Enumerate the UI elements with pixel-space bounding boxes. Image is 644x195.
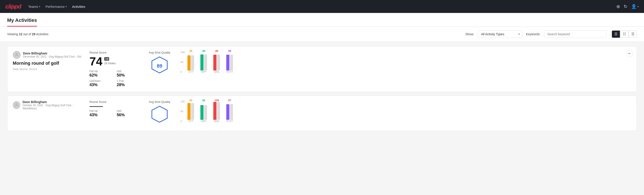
- card1-bar-ott: 85 OTT: [188, 50, 194, 73]
- teams-chevron-icon: ▾: [39, 5, 40, 8]
- navbar-right: ⊕ ↻ 👤 ▾: [616, 4, 639, 9]
- card1-quality-label: Avg Shot Quality: [149, 51, 170, 54]
- card1-bar-putt: 89 PUTT: [226, 50, 233, 73]
- card1-quality-value: 89: [157, 63, 162, 69]
- card1-user-info: Dave Billingham December 05, 2021 · Gog …: [23, 52, 81, 58]
- card2-hexagon: [150, 105, 168, 126]
- card2-quality-label: Avg Shot Quality: [149, 100, 170, 104]
- svg-marker-3: [152, 106, 167, 122]
- card2-bar-ott: 94 OTT: [188, 99, 194, 122]
- activity-card-1: ✏ Dave Billingham December 05, 2021 · Go…: [7, 46, 637, 92]
- navbar: clippd Teams ▾ Performance ▾ Activities …: [0, 0, 644, 13]
- keywords-label: Keywords:: [526, 32, 540, 36]
- view-list-button[interactable]: ☰: [629, 30, 637, 38]
- card1-holes: 18 Holes: [104, 62, 116, 65]
- card2-left: Dave Billingham October 16, 2021 · Gog M…: [13, 100, 84, 112]
- nav-activities[interactable]: Activities: [72, 5, 85, 8]
- card1-score: 74: [90, 56, 102, 67]
- card1-hexagon: 89: [150, 56, 168, 76]
- card1-score-badge: +4: [104, 57, 109, 61]
- refresh-icon[interactable]: ↻: [624, 4, 628, 9]
- card1-score-row: 74 +4 18 Holes: [90, 56, 138, 67]
- card1-user-row: Dave Billingham December 05, 2021 · Gog …: [13, 51, 84, 59]
- navbar-left: clippd Teams ▾ Performance ▾ Activities: [5, 3, 85, 10]
- card1-quality: Avg Shot Quality 89: [144, 51, 175, 77]
- card2-user-date: October 16, 2021 · Gog Magog Golf Club -…: [22, 104, 84, 110]
- card2-chart-y-labels: 100 50 0: [180, 100, 184, 122]
- card1-stats-grid: FW Hit 62% GIR 50% Up/Down 43% 1 Putt 28…: [90, 70, 138, 87]
- search-input[interactable]: [544, 30, 606, 38]
- card2-bar-app: 82 APP: [200, 99, 207, 122]
- activities-content: ✏ Dave Billingham December 05, 2021 · Go…: [0, 42, 644, 136]
- user-menu[interactable]: 👤 ▾: [631, 4, 639, 9]
- view-grid-button[interactable]: ☷: [620, 30, 628, 38]
- card1-chart: 100 50 0 85 OTT: [180, 51, 631, 73]
- view-compact-button[interactable]: ☰: [612, 30, 620, 38]
- activity-type-select[interactable]: All Activity Types: [478, 30, 522, 38]
- show-label: Show:: [466, 32, 474, 36]
- card2-chart: 100 50 0 94 OTT 82: [180, 100, 631, 122]
- edit-button-1[interactable]: ✏: [626, 50, 633, 57]
- svg-point-0: [16, 53, 18, 55]
- view-toggle: ☰ ☷ ☰: [612, 30, 637, 38]
- card1-activity-title: Morning round of golf: [13, 61, 84, 66]
- page-title: My Activities: [7, 13, 37, 26]
- viewing-count-text: Viewing 12 out of 29 Activities: [7, 32, 458, 36]
- filter-bar: Viewing 12 out of 29 Activities Show: Al…: [0, 27, 644, 42]
- nav-teams[interactable]: Teams ▾: [28, 5, 40, 8]
- card1-oneputt: 1 Putt 28%: [117, 80, 138, 87]
- svg-point-2: [16, 104, 17, 105]
- card1-avatar: [13, 51, 21, 59]
- card2-stats: Round Score FW Hit 43% GIR 56%: [90, 100, 138, 117]
- nav-links: Teams ▾ Performance ▾ Activities: [28, 5, 85, 8]
- user-avatar-icon: 👤: [631, 4, 637, 9]
- card2-fw-hit: FW Hit 43%: [90, 110, 111, 117]
- card2-bar-arg: 106 ARG: [213, 99, 220, 122]
- card1-stats: Round Score 74 +4 18 Holes FW Hit 62% GI…: [90, 51, 138, 87]
- card2-bar-putt: 87 PUTT: [226, 99, 233, 122]
- page-header: My Activities: [0, 13, 644, 27]
- card2-user-row: Dave Billingham October 16, 2021 · Gog M…: [13, 100, 84, 110]
- activity-card-2: Dave Billingham October 16, 2021 · Gog M…: [7, 96, 637, 131]
- card2-quality: Avg Shot Quality: [144, 100, 175, 126]
- card1-chart-y-labels: 100 50 0: [180, 51, 184, 73]
- card2-avatar: [13, 101, 20, 109]
- card2-round-score-label: Round Score: [90, 100, 138, 104]
- card1-user-date: December 05, 2021 · Gog Magog Golf Club …: [23, 55, 81, 58]
- performance-chevron-icon: ▾: [66, 5, 67, 8]
- card1-round-score-label: Round Score: [90, 51, 138, 54]
- card1-fw-hit: FW Hit 62%: [90, 70, 111, 78]
- card1-gir: GIR 50%: [117, 70, 138, 78]
- card1-left: Dave Billingham December 05, 2021 · Gog …: [13, 51, 84, 71]
- card1-updown: Up/Down 43%: [90, 80, 111, 87]
- add-icon[interactable]: ⊕: [616, 4, 620, 9]
- card1-bar-arg: 89 ARG: [213, 50, 220, 73]
- card1-data-source: Data Source: Arccos: [13, 68, 84, 71]
- activity-type-select-wrapper: All Activity Types ▾: [478, 30, 522, 38]
- card2-gir: GIR 56%: [117, 110, 138, 117]
- card2-user-name: Dave Billingham: [22, 100, 84, 104]
- card1-bar-app: 90 APP: [200, 50, 207, 73]
- logo[interactable]: clippd: [5, 3, 21, 10]
- user-menu-chevron-icon: ▾: [638, 5, 639, 8]
- card2-stats-grid: FW Hit 43% GIR 56%: [90, 110, 138, 117]
- card2-user-info: Dave Billingham October 16, 2021 · Gog M…: [22, 100, 84, 110]
- nav-performance[interactable]: Performance ▾: [46, 5, 67, 8]
- card1-user-name: Dave Billingham: [23, 52, 81, 55]
